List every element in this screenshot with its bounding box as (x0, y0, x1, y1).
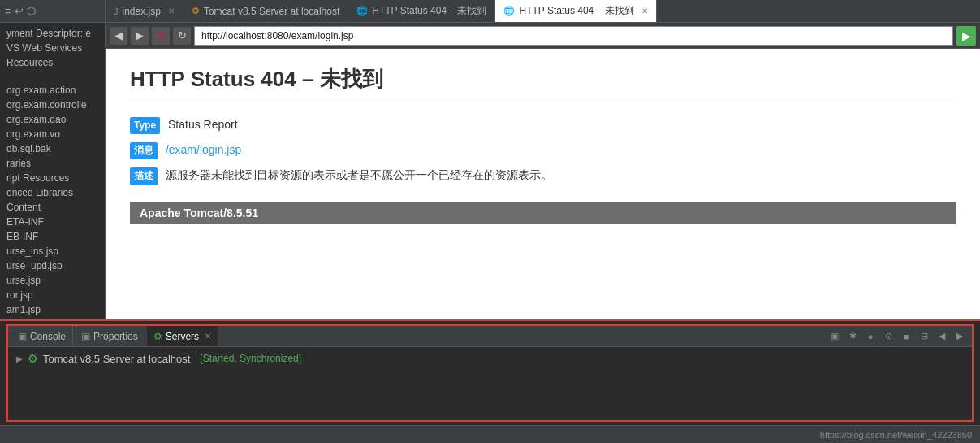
panel-action-remove[interactable]: ⊟ (917, 329, 931, 344)
status-bar: https://blog.csdn.net/weixin_42223850 (0, 425, 980, 443)
sidebar-item-sql[interactable]: db.sql.bak (0, 141, 105, 156)
tab-404-1[interactable]: 🌐 HTTP Status 404 – 未找到 (348, 0, 495, 22)
servers-icon: ⚙ (153, 331, 162, 342)
panel-action-prev[interactable]: ◀ (935, 329, 949, 344)
status-url[interactable]: https://blog.csdn.net/weixin_42223850 (820, 430, 972, 440)
panel-tab-console-label: Console (30, 331, 66, 342)
sidebar-item-webservices[interactable]: VS Web Services (0, 41, 105, 55)
sidebar-item-course-upd[interactable]: urse_upd.jsp (0, 258, 105, 273)
sidebar-section-sep (0, 70, 105, 83)
panel-action-star[interactable]: ✱ (845, 329, 860, 344)
sidebar-item-deployment[interactable]: yment Descriptor: e (0, 26, 105, 41)
panel-actions: ▣ ✱ ● ⊙ ■ ⊟ ◀ ▶ (827, 329, 972, 344)
http-description-label: 描述 (130, 167, 158, 185)
console-icon: ▣ (18, 331, 27, 342)
http-type-value: Status Report (168, 118, 238, 131)
sidebar-item-vo[interactable]: org.exam.vo (0, 127, 105, 141)
tab-tomcat-label: Tomcat v8.5 Server at localhost (204, 6, 339, 17)
tab-404-1-icon: 🌐 (356, 6, 368, 16)
tab-index-label: index.jsp (123, 6, 161, 17)
panel-tab-properties[interactable]: ▣ Properties (75, 326, 145, 346)
sidebar-item-exam1[interactable]: am1.jsp (0, 302, 105, 317)
go-button[interactable]: ▶ (956, 26, 976, 46)
sidebar-item-meta-inf[interactable]: ETA-INF (0, 215, 105, 229)
tab-404-2-label: HTTP Status 404 – 未找到 (519, 4, 633, 18)
panel-action-next[interactable]: ▶ (952, 329, 967, 344)
http-description-row: 描述 源服务器未能找到目标资源的表示或者是不愿公开一个已经存在的资源表示。 (130, 166, 956, 185)
http-content: HTTP Status 404 – 未找到 Type Status Report… (106, 49, 980, 319)
back-button[interactable]: ◀ (110, 27, 127, 45)
sidebar-item-controller[interactable]: org.exam.controlle (0, 98, 105, 112)
sidebar-item-libraries[interactable]: raries (0, 156, 105, 171)
tab-tomcat[interactable]: ⚙ Tomcat v8.5 Server at localhost (183, 0, 348, 22)
panel-action-new[interactable]: ▣ (827, 329, 842, 344)
tab-index[interactable]: J index.jsp ✕ (106, 0, 183, 22)
server-row[interactable]: ▶ ⚙ Tomcat v8.5 Server at localhost [Sta… (16, 352, 301, 365)
sidebar-item-course-ins[interactable]: urse_ins.jsp (0, 244, 105, 258)
http-footer: Apache Tomcat/8.5.51 (130, 202, 956, 224)
panel-tab-properties-label: Properties (93, 331, 138, 342)
forward-button[interactable]: ▶ (131, 27, 149, 45)
panel-tab-servers-close[interactable]: ✕ (205, 332, 211, 341)
http-description-value: 源服务器未能找到目标资源的表示或者是不愿公开一个已经存在的资源表示。 (166, 168, 552, 181)
properties-icon: ▣ (81, 331, 90, 342)
panel-tab-servers-label: Servers (166, 331, 199, 342)
http-type-row: Type Status Report (130, 115, 956, 134)
sidebar-item-dao[interactable]: org.exam.dao (0, 112, 105, 127)
server-expand-icon: ▶ (16, 354, 23, 363)
sidebar-item-web-inf[interactable]: EB-INF (0, 229, 105, 244)
bottom-panel: ▣ Console ▣ Properties ⚙ Servers ✕ ▣ ✱ ●… (0, 319, 980, 425)
panel-tabs: ▣ Console ▣ Properties ⚙ Servers ✕ ▣ ✱ ●… (8, 326, 972, 347)
panel-tab-servers[interactable]: ⚙ Servers ✕ (147, 326, 218, 346)
stop-button[interactable]: ✕ (152, 27, 170, 45)
server-status-icon: ⚙ (28, 352, 38, 365)
ide-icon-3: ⬡ (27, 5, 36, 17)
http-title: HTTP Status 404 – 未找到 (130, 65, 956, 102)
sidebar-item-script-res[interactable]: ript Resources (0, 171, 105, 185)
sidebar-item-error[interactable]: ror.jsp (0, 288, 105, 302)
http-message-label: 消息 (130, 142, 158, 159)
panel-action-record[interactable]: ● (863, 329, 878, 344)
bottom-panel-border: ▣ Console ▣ Properties ⚙ Servers ✕ ▣ ✱ ●… (6, 324, 974, 422)
panel-action-stop[interactable]: ■ (899, 329, 913, 344)
main-area: yment Descriptor: e VS Web Services Reso… (0, 23, 980, 319)
server-status: [Started, Synchronized] (200, 353, 301, 364)
tab-404-2-icon: 🌐 (503, 6, 515, 16)
panel-content: ▶ ⚙ Tomcat v8.5 Server at localhost [Sta… (8, 347, 972, 420)
sidebar-item-referenced[interactable]: enced Libraries (0, 185, 105, 200)
tab-404-2[interactable]: 🌐 HTTP Status 404 – 未找到 ✕ (495, 0, 656, 22)
tab-bar: ≡ ↩ ⬡ J index.jsp ✕ ⚙ Tomcat v8.5 Server… (0, 0, 980, 23)
panel-tab-console[interactable]: ▣ Console (11, 326, 73, 346)
http-message-link[interactable]: /exam/login.jsp (166, 143, 241, 156)
ide-icon-2: ↩ (15, 5, 24, 17)
server-name: Tomcat v8.5 Server at localhost (43, 353, 190, 365)
sidebar-item-resources[interactable]: Resources (0, 55, 105, 70)
http-type-label: Type (130, 117, 160, 134)
browser-area: ◀ ▶ ✕ ↻ ▶ HTTP Status 404 – 未找到 Type Sta… (106, 23, 980, 319)
http-message-row: 消息 /exam/login.jsp (130, 141, 956, 159)
tab-index-close[interactable]: ✕ (168, 7, 175, 15)
tab-404-2-close[interactable]: ✕ (641, 7, 648, 15)
sidebar-item-action[interactable]: org.exam.action (0, 83, 105, 98)
refresh-button[interactable]: ↻ (173, 27, 191, 45)
sidebar: yment Descriptor: e VS Web Services Reso… (0, 23, 106, 319)
address-bar[interactable] (194, 26, 953, 46)
ide-icon-1: ≡ (5, 5, 11, 17)
tab-404-1-label: HTTP Status 404 – 未找到 (372, 4, 486, 18)
tab-index-icon: J (114, 7, 119, 16)
panel-action-debug[interactable]: ⊙ (881, 329, 896, 344)
sidebar-item-course[interactable]: urse.jsp (0, 273, 105, 288)
sidebar-item-content[interactable]: Content (0, 200, 105, 215)
browser-toolbar: ◀ ▶ ✕ ↻ ▶ (106, 23, 980, 49)
tab-tomcat-icon: ⚙ (192, 6, 200, 16)
